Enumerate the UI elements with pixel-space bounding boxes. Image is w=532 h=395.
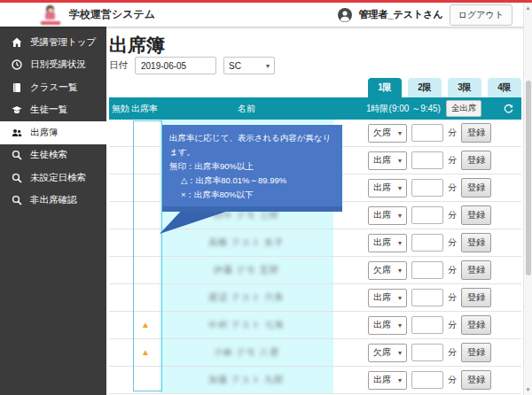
minutes-input[interactable]: [411, 316, 443, 334]
minutes-input[interactable]: [411, 179, 443, 197]
sidebar-item[interactable]: クラス一覧: [0, 76, 106, 99]
invalid-cell: [109, 339, 131, 366]
student-name-cell: 伊藤 デモ 五郎: [160, 257, 333, 283]
chevron-down-icon: ▾: [398, 349, 402, 357]
home-icon: [12, 37, 22, 48]
tooltip-line: ×：出席率80%以下: [169, 188, 335, 202]
sidebar-item[interactable]: 出席簿: [0, 121, 106, 144]
register-button[interactable]: 登録: [461, 233, 491, 252]
period-tab[interactable]: 2限: [408, 78, 442, 97]
invalid-cell: [109, 284, 131, 311]
users-icon: [12, 128, 22, 138]
attendance-status-select[interactable]: 出席 ▾: [368, 179, 407, 198]
register-button[interactable]: 登録: [461, 151, 491, 170]
chevron-down-icon: ▾: [398, 239, 402, 247]
sidebar-item[interactable]: 受講管理トップ: [0, 31, 106, 54]
row-controls: 欠席 ▾ 分 登録: [368, 123, 521, 143]
minutes-input[interactable]: [411, 371, 443, 389]
register-button[interactable]: 登録: [461, 288, 491, 307]
register-button[interactable]: 登録: [461, 343, 491, 362]
scrollbar-thumb[interactable]: [526, 81, 531, 275]
sidebar-item[interactable]: 生徒検索: [0, 144, 106, 167]
date-filter-row: 日付 SC ▾: [109, 57, 275, 74]
attendance-status-select[interactable]: 欠席 ▾: [368, 344, 407, 362]
minutes-label: 分: [448, 374, 457, 386]
period-tab[interactable]: 1限: [368, 78, 402, 97]
scroll-down-icon[interactable]: ▼: [524, 387, 532, 392]
top-accent-line: [0, 0, 532, 3]
minutes-label: 分: [448, 154, 457, 167]
book-icon: [12, 82, 22, 93]
table-row: 伊藤 デモ 五郎 欠席 ▾ 分 登録: [109, 257, 521, 284]
minutes-label: 分: [448, 291, 457, 304]
minutes-input[interactable]: [411, 124, 443, 142]
minutes-input[interactable]: [411, 261, 443, 279]
attendance-status-select[interactable]: 欠席 ▾: [368, 261, 407, 280]
sidebar-item[interactable]: 生徒一覧: [0, 99, 106, 122]
search-icon: [12, 195, 22, 205]
attendance-status-select[interactable]: 出席 ▾: [368, 289, 407, 307]
tooltip-line: 出席率に応じて、表示される内容が異なります。: [169, 131, 335, 159]
class-select[interactable]: SC ▾: [223, 57, 275, 74]
invalid-cell: [109, 147, 131, 174]
sidebar-item[interactable]: 未設定日検索: [0, 167, 106, 190]
period-tab[interactable]: 4限: [488, 78, 521, 97]
register-button[interactable]: 登録: [461, 370, 491, 390]
sidebar-item[interactable]: 非出席確認: [0, 190, 106, 213]
student-name-blurred: 加藤 テスト 九郎: [208, 374, 284, 386]
register-button[interactable]: 登録: [461, 178, 491, 198]
minutes-input[interactable]: [411, 344, 443, 361]
register-button[interactable]: 登録: [461, 205, 491, 225]
attendance-status-select[interactable]: 欠席 ▾: [368, 124, 407, 143]
attendance-status-select[interactable]: 出席 ▾: [368, 234, 407, 252]
logout-button[interactable]: ログアウト: [450, 4, 512, 26]
sidebar-item-label: 日別受講状況: [30, 58, 86, 71]
attendance-rate-cell: [131, 147, 160, 174]
date-input[interactable]: [135, 57, 216, 74]
attendance-status-value: 出席: [373, 374, 391, 386]
sidebar-navigation: 受講管理トップ 日別受講状況 クラス一覧 生徒一覧 出席簿 生徒検索 未設定日検…: [0, 27, 106, 395]
sidebar-item-label: 生徒検索: [30, 149, 67, 161]
row-controls: 出席 ▾ 分 登録: [368, 233, 521, 252]
attendance-status-value: 出席: [373, 291, 391, 304]
invalid-cell: [109, 202, 131, 228]
attendance-status-select[interactable]: 出席 ▾: [368, 206, 407, 225]
chevron-down-icon: ▾: [398, 294, 402, 302]
invalid-cell: [109, 312, 131, 338]
period-tab[interactable]: 3限: [448, 78, 481, 97]
sidebar-item-label: 出席簿: [30, 127, 59, 139]
attendance-status-select[interactable]: 出席 ▾: [368, 151, 407, 170]
invalid-cell: [109, 367, 131, 393]
chevron-down-icon: ▾: [398, 321, 402, 329]
minutes-input[interactable]: [411, 234, 443, 252]
invalid-cell: [109, 120, 131, 146]
sidebar-item-label: 受講管理トップ: [30, 36, 96, 49]
sidebar-item-label: 生徒一覧: [30, 104, 67, 116]
row-controls: 出席 ▾ 分 登録: [368, 178, 521, 198]
all-attend-button[interactable]: 全出席: [446, 100, 482, 117]
period-time-label: 1時限(9:00 ～9:45): [366, 103, 441, 115]
vertical-scrollbar[interactable]: ▲ ▼: [523, 3, 532, 395]
row-controls: 出席 ▾ 分 登録: [368, 151, 521, 170]
sidebar-item-label: 未設定日検索: [30, 172, 86, 184]
search-icon: [12, 150, 22, 160]
register-button[interactable]: 登録: [461, 123, 491, 143]
attendance-rate-cell: [131, 367, 160, 393]
chevron-down-icon: ▾: [398, 212, 402, 220]
sidebar-item[interactable]: 日別受講状況: [0, 54, 106, 77]
attendance-status-value: 欠席: [373, 127, 391, 139]
rate-marker-triangle-icon: ▲: [141, 321, 150, 329]
scroll-up-icon[interactable]: ▲: [524, 5, 532, 11]
minutes-input[interactable]: [411, 206, 443, 224]
chevron-down-icon: ▾: [398, 157, 402, 165]
register-button[interactable]: 登録: [461, 315, 491, 335]
graduation-cap-icon: [12, 105, 22, 115]
invalid-cell: [109, 229, 131, 256]
attendance-status-select[interactable]: 出席 ▾: [368, 371, 407, 390]
attendance-status-select[interactable]: 出席 ▾: [368, 316, 407, 335]
refresh-icon[interactable]: [503, 103, 514, 114]
table-row: 加藤 テスト 九郎 出席 ▾ 分 登録: [109, 367, 521, 394]
minutes-input[interactable]: [411, 151, 443, 169]
minutes-input[interactable]: [411, 289, 443, 306]
register-button[interactable]: 登録: [461, 260, 491, 280]
